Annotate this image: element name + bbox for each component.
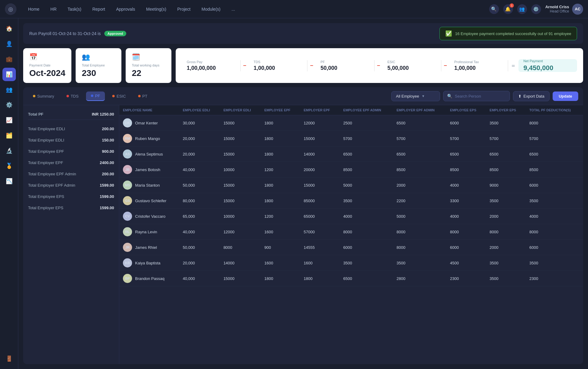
sidebar-item-tools[interactable]: 🔬	[2, 144, 16, 157]
export-button[interactable]: ⬆ Export Data	[513, 91, 550, 101]
search-button[interactable]: 🔍	[489, 4, 499, 14]
employee-name: Ruben Mango	[135, 136, 160, 141]
sidebar: 🏠 👤 💼 📊 👥 ⚙️ 📈 🗂️ 🔬 🏅 📉 🚪	[0, 18, 18, 369]
employee-name: Gustavo Schleifer	[135, 199, 167, 203]
pay-esic: ESIC 5,00,000	[382, 60, 441, 71]
sidebar-item-logout[interactable]: 🚪	[2, 352, 16, 365]
employee-epf-admin: 4000	[340, 209, 393, 224]
minus-icon-2: −	[307, 63, 316, 69]
stats-row: 📅 Payment Date Oct-2024 👥 Total Employee…	[23, 48, 583, 83]
total-pf-deduction: 5700	[526, 131, 583, 146]
search-input[interactable]	[455, 94, 506, 99]
employer-edli: 14000	[220, 255, 261, 271]
employer-epf: 65000	[300, 209, 340, 224]
col-employer-edli: EMPLOYER EDLI	[220, 105, 261, 115]
employee-name: James Botosh	[135, 167, 160, 172]
summary-row-edli-e: Total Employee EDLI 200.00	[28, 125, 114, 133]
tab-summary[interactable]: Summary	[28, 92, 59, 101]
sidebar-item-profile[interactable]: 👤	[2, 37, 16, 51]
employee-epf-admin: 6000	[340, 240, 393, 255]
nav-home[interactable]: Home	[24, 5, 44, 13]
avatar: OK	[123, 118, 132, 127]
settings-button[interactable]: ⚙️	[531, 4, 541, 14]
total-pf-deduction: 6000	[526, 177, 583, 193]
nav-modules[interactable]: Module(s)	[197, 5, 225, 13]
employer-epf-admin: 6500	[393, 115, 446, 131]
sidebar-item-files[interactable]: 🗂️	[2, 129, 16, 142]
avatar: GS	[123, 196, 132, 205]
minus-icon-4: −	[441, 63, 450, 69]
payroll-banner-left: Run Payroll 01-Oct-24 to 31-Oct-24 is Ap…	[29, 31, 126, 36]
summary-value-epf-e: 900.00	[102, 149, 114, 154]
sidebar-item-reports[interactable]: 📈	[2, 113, 16, 127]
app-logo[interactable]: ◎	[5, 3, 16, 15]
table-row: JB James Botosh 40,000 10000 1200 20000 …	[119, 162, 583, 177]
people-icon: 👥	[82, 53, 115, 61]
sidebar-item-payroll[interactable]: 📊	[2, 68, 16, 81]
avatar: JB	[123, 165, 132, 174]
sidebar-item-home[interactable]: 🏠	[2, 22, 16, 35]
nav-project[interactable]: Project	[173, 5, 195, 13]
pay-gross: Gross Pay 1,00,00,000	[182, 60, 241, 71]
user-office: Head Office	[545, 9, 569, 13]
employee-epf: 1200	[261, 209, 300, 224]
employer-epf-admin: 6500	[393, 146, 446, 162]
logo-icon: ◎	[8, 6, 13, 13]
employee-name: James Rhiel	[135, 245, 157, 250]
table-row: MS Maria Stanton 50,000 15000 1800 15000…	[119, 177, 583, 193]
employer-eps: 2000	[486, 240, 526, 255]
user-text: Arnold Criss Head Office	[545, 5, 569, 13]
employee-name-cell: KB Kaiya Baptista	[119, 255, 179, 271]
success-text: 16 Employee payment completed successful…	[455, 31, 571, 36]
employer-epf: 20000	[300, 162, 340, 177]
employee-eps: 5700	[446, 131, 486, 146]
tab-tds[interactable]: TDS	[62, 92, 84, 101]
summary-value-eps-r: 1599.00	[100, 206, 114, 210]
sidebar-item-analytics[interactable]: 📉	[2, 174, 16, 188]
sidebar-item-team[interactable]: 👥	[2, 83, 16, 96]
sidebar-item-awards[interactable]: 🏅	[2, 159, 16, 173]
users-button[interactable]: 👥	[517, 4, 527, 14]
update-button[interactable]: Update	[553, 91, 578, 101]
table-body: Total PF INR 1250.00 Total Employee EDLI…	[23, 105, 583, 364]
summary-total-value: INR 1250.00	[92, 112, 114, 116]
tab-pt[interactable]: PT	[133, 92, 152, 101]
tds-label: TDS	[254, 60, 303, 64]
sidebar-item-briefcase[interactable]: 💼	[2, 52, 16, 66]
summary-label-eps-r: Total Employer EPS	[28, 206, 63, 210]
briefcase-icon: 🗓️	[132, 53, 165, 61]
export-icon: ⬆	[518, 94, 522, 99]
pay-tds: TDS 1,00,000	[249, 60, 308, 71]
payroll-banner-right: ✅ 16 Employee payment completed successf…	[439, 27, 577, 40]
col-employee-eps: EMPLOYEE EPS	[446, 105, 486, 115]
tab-esic[interactable]: ESIC	[107, 92, 131, 101]
notification-button[interactable]: 🔔 1	[503, 4, 513, 14]
summary-row-epf-admin-r: Total Employer EPF Admin 1599.00	[28, 181, 114, 189]
nav-more[interactable]: ...	[227, 5, 239, 13]
employee-filter-dropdown[interactable]: All Employee ▼	[391, 91, 440, 101]
table-row: BP Brandon Passaq 40,000 15000 1800 1800…	[119, 271, 583, 286]
nav-tasks[interactable]: Task(s)	[63, 5, 86, 13]
employer-epf: 14000	[300, 146, 340, 162]
employee-epf: 1800	[261, 115, 300, 131]
professional-tax-label: Professional Tax	[454, 60, 503, 64]
nav-meetings[interactable]: Meeting(s)	[142, 5, 170, 13]
nav-approvals[interactable]: Approvals	[112, 5, 139, 13]
employee-edli: 50,000	[179, 240, 220, 255]
tab-summary-label: Summary	[37, 94, 54, 99]
employer-edli: 8000	[220, 240, 261, 255]
employee-edli: 40,000	[179, 162, 220, 177]
tab-pf[interactable]: PF	[86, 91, 105, 101]
avatar[interactable]: AC	[572, 4, 583, 15]
esic-label: ESIC	[387, 60, 436, 64]
nav-report[interactable]: Report	[88, 5, 109, 13]
calendar-icon: 📅	[29, 53, 65, 61]
avatar: JR	[123, 243, 132, 252]
employee-eps: 4000	[446, 209, 486, 224]
tab-summary-dot	[33, 95, 35, 97]
total-pf-deduction: 8500	[526, 162, 583, 177]
employee-epf-admin: 3500	[340, 255, 393, 271]
sidebar-item-settings[interactable]: ⚙️	[2, 98, 16, 112]
total-pf-deduction: 8000	[526, 224, 583, 240]
nav-hr[interactable]: HR	[46, 5, 61, 13]
